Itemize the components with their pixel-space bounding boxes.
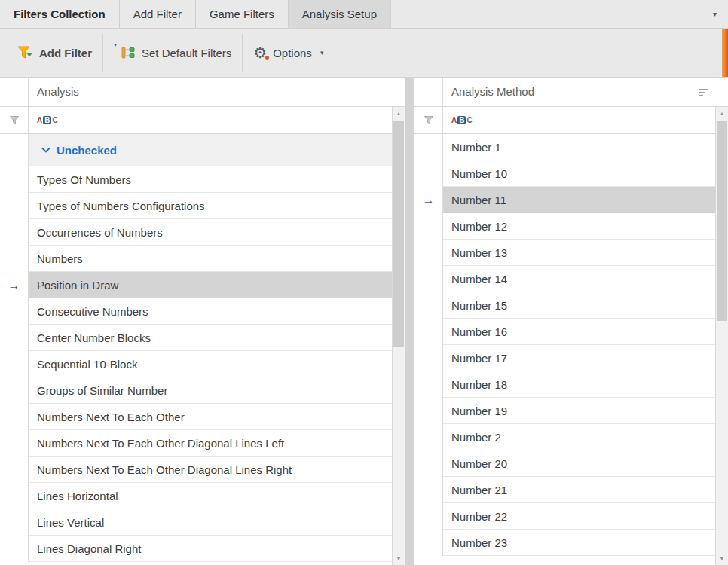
row-gutter [0, 509, 29, 536]
row-gutter [414, 134, 443, 160]
list-item[interactable]: Number 23 [414, 530, 715, 556]
list-item[interactable]: →Number 11 [414, 187, 715, 213]
row-gutter [414, 398, 443, 424]
options-label: Options [273, 47, 312, 60]
analysis-method-list: Number 1Number 10→Number 11Number 12Numb… [414, 134, 715, 556]
list-item-label: Consecutive Numbers [29, 298, 392, 325]
tab-analysis-setup[interactable]: Analysis Setup [289, 0, 391, 28]
list-item[interactable]: Number 10 [414, 160, 715, 187]
list-item[interactable]: Numbers Next To Each Other [0, 404, 392, 430]
list-item[interactable]: Lines Horizontal [0, 483, 392, 509]
column-header-analysis-method[interactable]: Analysis Method [443, 78, 699, 106]
tab-filters-collection[interactable]: Filters Collection [0, 0, 120, 28]
options-button[interactable]: ⚙ Options ▾ [243, 35, 334, 71]
tab-add-filter[interactable]: Add Filter [120, 0, 196, 28]
list-item[interactable]: Numbers [0, 246, 392, 272]
list-item[interactable]: Number 20 [414, 450, 715, 477]
row-gutter [0, 166, 29, 193]
list-item-label: Groups of Similar Number [29, 377, 392, 404]
list-item-label: Number 10 [443, 160, 715, 187]
abc-filter-icon: ABC [37, 116, 58, 124]
list-item[interactable]: Number 18 [414, 371, 715, 398]
filter-funnel-icon [414, 107, 443, 133]
list-item[interactable]: Number 13 [414, 240, 715, 266]
column-header-analysis[interactable]: Analysis [29, 78, 405, 106]
auto-filter-row[interactable]: ABC [0, 107, 392, 134]
list-item-label: Number 14 [443, 266, 715, 292]
row-gutter [414, 345, 443, 371]
row-gutter [0, 246, 29, 272]
list-item[interactable]: Groups of Similar Number [0, 377, 392, 404]
scroll-up-button[interactable]: ▲ [393, 107, 405, 120]
list-item-label: Sequential 10-Block [29, 351, 392, 377]
selection-arrow-icon: → [8, 279, 20, 292]
row-gutter [0, 430, 29, 457]
list-item[interactable]: Number 14 [414, 266, 715, 292]
list-item[interactable]: Sequential 10-Block [0, 351, 392, 377]
row-gutter [414, 530, 443, 556]
row-gutter [0, 536, 29, 562]
list-item-label: Number 15 [443, 292, 715, 319]
add-filter-button[interactable]: Add Filter [6, 35, 102, 71]
row-gutter [0, 134, 29, 166]
tab-overflow-caret-icon[interactable]: ▾ [702, 0, 728, 28]
list-item[interactable]: Types Of Numbers [0, 166, 392, 193]
row-gutter [414, 424, 443, 450]
row-gutter [0, 457, 29, 483]
scroll-up-button[interactable]: ▲ [716, 107, 728, 120]
row-gutter [0, 219, 29, 246]
scroll-down-button[interactable]: ▼ [716, 552, 728, 565]
list-item-label: Occurrences of Numbers [29, 219, 392, 246]
list-item[interactable]: Lines Diagonal Right [0, 536, 392, 562]
main-area: Analysis ABC UncheckedTypes Of N [0, 77, 728, 565]
list-item-label: Number 1 [443, 134, 715, 160]
analysis-method-scrollbar[interactable]: ▲ ▼ [715, 107, 728, 565]
scrollbar-thumb[interactable] [393, 121, 404, 347]
list-item[interactable]: Center Number Blocks [0, 325, 392, 351]
analysis-panel-header: Analysis [0, 78, 405, 107]
scrollbar-thumb[interactable] [717, 121, 727, 321]
analysis-scrollbar[interactable]: ▲ ▼ [392, 107, 405, 565]
list-item[interactable]: Numbers Next To Each Other Diagonal Line… [0, 430, 392, 457]
list-item[interactable]: Number 15 [414, 292, 715, 319]
group-row[interactable]: Unchecked [0, 134, 392, 166]
list-item[interactable]: Number 21 [414, 477, 715, 503]
list-item[interactable]: Number 17 [414, 345, 715, 371]
list-item[interactable]: Lines Vertical [0, 509, 392, 536]
tab-game-filters[interactable]: Game Filters [196, 0, 289, 28]
list-item[interactable]: Consecutive Numbers [0, 298, 392, 325]
list-item[interactable]: →Position in Draw [0, 272, 392, 298]
list-item-label: Types Of Numbers [29, 166, 392, 193]
list-item[interactable]: Occurrences of Numbers [0, 219, 392, 246]
list-item-label: Number 20 [443, 450, 715, 477]
gear-notification-dot [265, 56, 269, 60]
auto-filter-row[interactable]: ABC [414, 107, 715, 134]
row-gutter [0, 377, 29, 404]
row-gutter [0, 404, 29, 430]
row-gutter [0, 193, 29, 219]
list-item-label: Number 11 [443, 187, 715, 213]
list-item-label: Number 19 [443, 398, 715, 424]
list-item[interactable]: Types of Numbers Configurations [0, 193, 392, 219]
list-item[interactable]: Number 16 [414, 319, 715, 345]
set-default-filters-button[interactable]: ▾ Set Default Filters [103, 35, 242, 71]
sort-lines-icon[interactable] [699, 88, 708, 96]
focused-row-indicator: → [0, 272, 29, 298]
row-gutter [0, 351, 29, 377]
add-filter-label: Add Filter [39, 47, 92, 60]
list-item-label: Numbers Next To Each Other Diagonal Line… [29, 457, 392, 483]
tab-bar: Filters CollectionAdd FilterGame Filters… [0, 0, 728, 29]
list-item-label: Number 16 [443, 319, 715, 345]
row-gutter [414, 477, 443, 503]
list-item[interactable]: Numbers Next To Each Other Diagonal Line… [0, 457, 392, 483]
list-item[interactable]: Number 12 [414, 213, 715, 240]
split-dropdown-caret-icon[interactable]: ▾ [114, 41, 117, 48]
list-item[interactable]: Number 2 [414, 424, 715, 450]
toolbar: Add Filter ▾ Set Default Filters ⚙ Optio… [0, 29, 728, 77]
list-item[interactable]: Number 22 [414, 503, 715, 530]
header-gutter [414, 78, 443, 106]
list-item[interactable]: Number 1 [414, 134, 715, 160]
row-gutter [414, 503, 443, 530]
scroll-down-button[interactable]: ▼ [393, 552, 405, 565]
list-item[interactable]: Number 19 [414, 398, 715, 424]
